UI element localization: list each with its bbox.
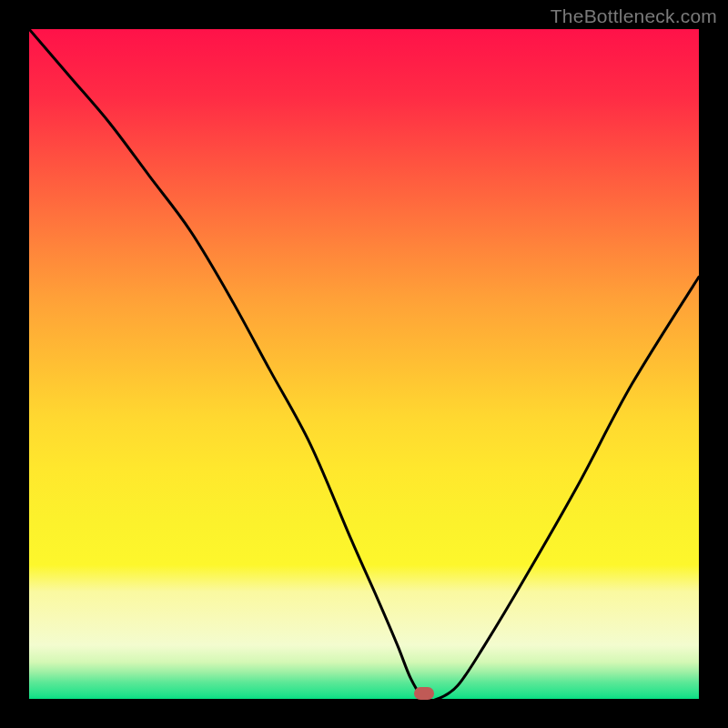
watermark-label: TheBottleneck.com bbox=[551, 5, 717, 27]
bottleneck-curve bbox=[29, 29, 699, 699]
chart-frame: TheBottleneck.com bbox=[0, 0, 728, 728]
plot-area bbox=[29, 29, 699, 699]
optimal-point-marker bbox=[414, 687, 434, 700]
